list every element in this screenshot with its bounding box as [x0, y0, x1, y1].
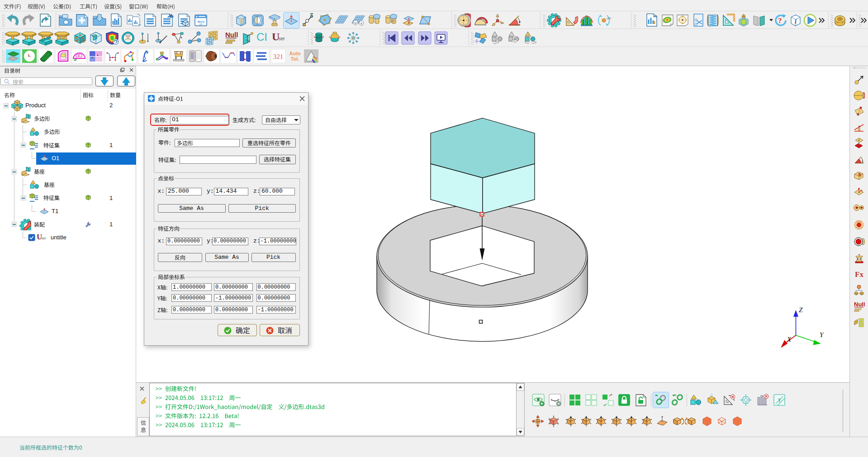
- svg-text:Null: Null: [225, 31, 238, 38]
- svg-text:u: u: [354, 21, 356, 25]
- svg-text:ppt: ppt: [199, 23, 203, 25]
- svg-text:T: T: [778, 398, 781, 403]
- svg-text:Auto: Auto: [289, 51, 300, 56]
- svg-text:i: i: [795, 18, 797, 25]
- svg-text:ser: ser: [42, 237, 46, 240]
- svg-text:?: ?: [778, 16, 782, 25]
- svg-text:v: v: [360, 21, 362, 25]
- svg-text:Fx: Fx: [855, 270, 863, 279]
- svg-text:ser: ser: [279, 36, 285, 41]
- svg-text:321: 321: [273, 53, 284, 60]
- svg-text:VS: VS: [654, 15, 657, 18]
- svg-text:CI: CI: [256, 31, 267, 43]
- svg-text:Tol.: Tol.: [290, 56, 299, 62]
- svg-text:OPT: OPT: [607, 17, 611, 20]
- svg-text:Null: Null: [854, 301, 865, 308]
